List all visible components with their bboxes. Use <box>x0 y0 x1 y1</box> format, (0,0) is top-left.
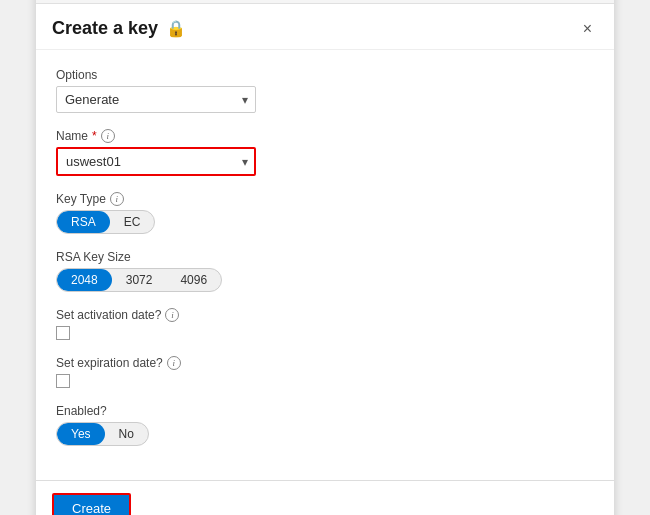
name-input[interactable] <box>56 147 256 176</box>
activation-checkbox[interactable] <box>56 326 70 340</box>
expiration-checkbox[interactable] <box>56 374 70 388</box>
rsa-size-2048[interactable]: 2048 <box>57 269 112 291</box>
enabled-group: Enabled? Yes No <box>56 404 594 446</box>
create-key-panel: Home > Select your Azure Data Box > Orde… <box>35 0 615 515</box>
activation-label: Set activation date? i <box>56 308 594 322</box>
panel-header: Create a key 🔒 × <box>36 4 614 50</box>
activation-info-icon: i <box>165 308 179 322</box>
key-type-label: Key Type i <box>56 192 594 206</box>
name-group: Name * i <box>56 129 594 176</box>
activation-group: Set activation date? i <box>56 308 594 340</box>
rsa-key-size-group: RSA Key Size 2048 3072 4096 <box>56 250 594 292</box>
expiration-checkbox-wrapper <box>56 374 594 388</box>
options-select-wrapper: Generate Import <box>56 86 256 113</box>
options-group: Options Generate Import <box>56 68 594 113</box>
lock-icon: 🔒 <box>166 19 186 38</box>
enabled-label: Enabled? <box>56 404 594 418</box>
enabled-yes[interactable]: Yes <box>57 423 105 445</box>
enabled-no[interactable]: No <box>105 423 148 445</box>
expiration-group: Set expiration date? i <box>56 356 594 388</box>
key-type-ec[interactable]: EC <box>110 211 155 233</box>
key-type-rsa[interactable]: RSA <box>57 211 110 233</box>
close-button[interactable]: × <box>577 19 598 39</box>
name-info-icon: i <box>101 129 115 143</box>
panel-body: Options Generate Import Name * i <box>36 50 614 480</box>
panel-title: Create a key 🔒 <box>52 18 186 39</box>
rsa-key-size-toggle: 2048 3072 4096 <box>56 268 222 292</box>
key-type-info-icon: i <box>110 192 124 206</box>
activation-checkbox-wrapper <box>56 326 594 340</box>
name-label: Name * i <box>56 129 594 143</box>
enabled-toggle: Yes No <box>56 422 149 446</box>
rsa-key-size-label: RSA Key Size <box>56 250 594 264</box>
create-button[interactable]: Create <box>52 493 131 515</box>
key-type-toggle: RSA EC <box>56 210 155 234</box>
expiration-label: Set expiration date? i <box>56 356 594 370</box>
name-input-wrapper <box>56 147 256 176</box>
rsa-size-4096[interactable]: 4096 <box>166 269 221 291</box>
options-label: Options <box>56 68 594 82</box>
rsa-size-3072[interactable]: 3072 <box>112 269 167 291</box>
title-text: Create a key <box>52 18 158 39</box>
options-select[interactable]: Generate Import <box>56 86 256 113</box>
key-type-group: Key Type i RSA EC <box>56 192 594 234</box>
expiration-info-icon: i <box>167 356 181 370</box>
required-marker: * <box>92 129 97 143</box>
panel-footer: Create <box>36 480 614 515</box>
